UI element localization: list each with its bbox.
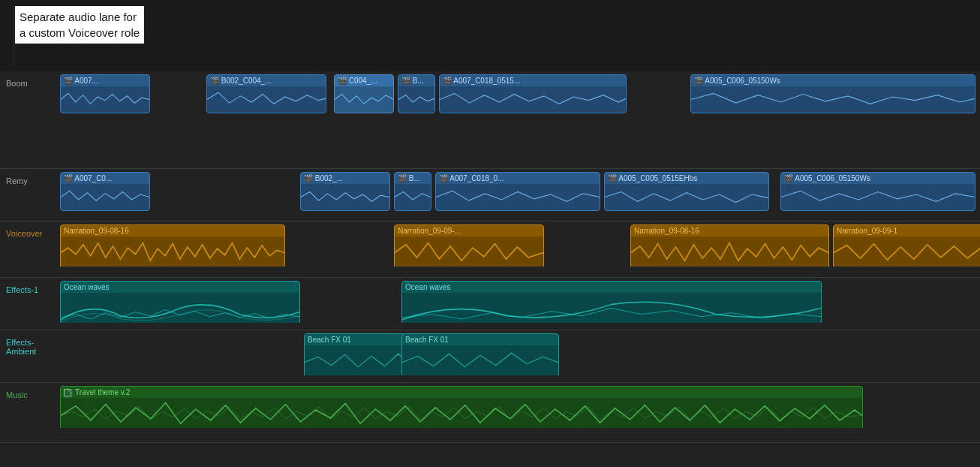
lane-boom-content: 🎬 A007... 🎬 B002_C004_... 🎬 C004_...: [60, 71, 980, 116]
boom-clip-b[interactable]: 🎬 B...: [398, 74, 435, 113]
effects1-clip-oceanwaves-2[interactable]: Ocean waves: [401, 281, 822, 323]
remy-clip-a007[interactable]: 🎬 A007_C0...: [60, 172, 150, 211]
lane-boom-label: Boom: [0, 71, 60, 92]
voiceover-clip-1[interactable]: Narration_09-08-16: [60, 224, 285, 267]
lane-music: Music 🎵 Travel theme v.2: [0, 383, 980, 443]
remy-clip-b[interactable]: 🎬 B...: [394, 172, 431, 211]
lane-music-label: Music: [0, 383, 60, 404]
voiceover-clip-4[interactable]: Narration_09-09-1: [833, 224, 980, 267]
lane-music-content: 🎵 Travel theme v.2: [60, 383, 980, 428]
lane-effects1: Effects-1 Ocean waves Ocean waves: [0, 278, 980, 330]
lane-remy-content: 🎬 A007_C0... 🎬 B002_... 🎬 B...: [60, 169, 980, 214]
boom-clip-a007c018[interactable]: 🎬 A007_C018_0515...: [439, 74, 627, 113]
remy-clip-a005c005[interactable]: 🎬 A005_C005_0515EHbs: [604, 172, 769, 211]
music-icon: 🎵: [64, 389, 71, 396]
lane-remy-label: Remy: [0, 169, 60, 190]
lane-effects-ambient-content: Beach FX 01 Beach FX 01: [60, 330, 980, 375]
lane-voiceover-content: Narration_09-08-16 Narration_09-09-... N…: [60, 221, 980, 267]
timeline: Boom 🎬 A007... 🎬 B002_C004_...: [0, 71, 980, 467]
lane-effects1-content: Ocean waves Ocean waves: [60, 278, 980, 323]
lane-effects-ambient-label: Effects-Ambient: [0, 330, 60, 360]
annotation-line: [14, 6, 14, 66]
lane-boom: Boom 🎬 A007... 🎬 B002_C004_...: [0, 71, 980, 169]
boom-clip-a005c006[interactable]: 🎬 A005_C006_05150Ws: [690, 74, 975, 113]
voiceover-clip-2[interactable]: Narration_09-09-...: [394, 224, 544, 267]
effects1-clip-oceanwaves-1[interactable]: Ocean waves: [60, 281, 300, 323]
remy-clip-a005c006[interactable]: 🎬 A005_C006_05150Ws: [780, 172, 975, 211]
boom-clip-b002c004[interactable]: 🎬 B002_C004_...: [206, 74, 326, 113]
music-clip-traveltheme[interactable]: 🎵 Travel theme v.2: [60, 386, 863, 428]
remy-clip-b002[interactable]: 🎬 B002_...: [300, 172, 390, 211]
boom-clip-a007[interactable]: 🎬 A007...: [60, 74, 150, 113]
boom-clip-c004[interactable]: 🎬 C004_...: [334, 74, 394, 113]
lane-effects1-label: Effects-1: [0, 278, 60, 299]
lane-effects-ambient: Effects-Ambient Beach FX 01 Beach FX 01: [0, 330, 980, 383]
remy-clip-a007c018[interactable]: 🎬 A007_C018_0...: [435, 172, 600, 211]
effects-ambient-clip-beachfx2[interactable]: Beach FX 01: [401, 333, 559, 375]
lane-voiceover: Voiceover Narration_09-08-16 Narration_0…: [0, 221, 980, 278]
lane-remy: Remy 🎬 A007_C0... 🎬 B002_...: [0, 169, 980, 221]
annotation-text: Separate audio lane for a custom Voiceov…: [15, 6, 144, 44]
voiceover-clip-3[interactable]: Narration_09-08-16: [630, 224, 829, 267]
lane-voiceover-label: Voiceover: [0, 221, 60, 243]
